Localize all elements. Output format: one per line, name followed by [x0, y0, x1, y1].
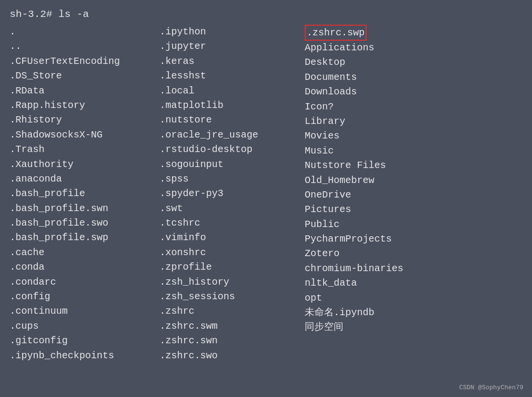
list-item: .bash_profile.swo	[10, 216, 155, 230]
column-1: ....CFUserTextEncoding.DS_Store.RData.Ra…	[10, 25, 160, 363]
list-item: .cache	[10, 245, 155, 260]
list-item: .jupyter	[160, 39, 300, 54]
list-item: .bash_profile	[10, 186, 155, 201]
list-item: .condarc	[10, 275, 155, 290]
list-item: Nutstore Files	[305, 158, 435, 173]
list-item: Pictures	[305, 202, 435, 217]
list-item: .cups	[10, 319, 155, 334]
list-item: PycharmProjects	[305, 232, 435, 246]
list-item: .DS_Store	[10, 69, 155, 83]
list-item: .zshrc.swm	[160, 319, 300, 334]
list-item: .local	[160, 84, 300, 98]
list-item: Zotero	[305, 246, 435, 261]
list-item: .zsh_history	[160, 275, 300, 290]
list-item: .Trash	[10, 142, 155, 157]
column-2: .ipython.jupyter.keras.lesshst.local.mat…	[160, 25, 305, 363]
list-item: Movies	[305, 129, 435, 143]
list-item: Documents	[305, 70, 435, 85]
list-item: .CFUserTextEncoding	[10, 54, 155, 69]
list-item: Desktop	[305, 55, 435, 70]
list-item: .Rhistory	[10, 113, 155, 127]
files-container: ....CFUserTextEncoding.DS_Store.RData.Ra…	[10, 25, 522, 363]
list-item: .rstudio-desktop	[160, 142, 300, 157]
list-item: .ipynb_checkpoints	[10, 349, 155, 363]
list-item: 未命名.ipyndb	[305, 305, 435, 320]
list-item: Old_Homebrew	[305, 173, 435, 188]
list-item: .zsh_sessions	[160, 290, 300, 304]
list-item: .zshrc.swn	[160, 334, 300, 348]
list-item: .gitconfig	[10, 334, 155, 348]
highlighted-file-item: .zshrc.swp	[305, 25, 435, 41]
list-item: Applications	[305, 41, 435, 55]
list-item: .spss	[160, 172, 300, 186]
list-item: .sogouinput	[160, 157, 300, 172]
list-item: .zshrc.swo	[160, 349, 300, 363]
list-item: chromium-binaries	[305, 261, 435, 276]
list-item: Music	[305, 144, 435, 158]
watermark: CSDN @SophyChen79	[459, 384, 523, 391]
list-item: .nutstore	[160, 113, 300, 127]
list-item: Downloads	[305, 85, 435, 99]
list-item: .Xauthority	[10, 157, 155, 172]
list-item: .zprofile	[160, 260, 300, 275]
list-item: .	[10, 25, 155, 39]
list-item: .spyder-py3	[160, 186, 300, 201]
list-item: Icon?	[305, 100, 435, 114]
list-item: .ShadowsocksX-NG	[10, 128, 155, 142]
list-item: .bash_profile.swp	[10, 230, 155, 245]
list-item: opt	[305, 291, 435, 305]
list-item: .keras	[160, 54, 300, 69]
list-item: 同步空间	[305, 320, 435, 335]
list-item: nltk_data	[305, 276, 435, 290]
list-item: .viminfo	[160, 230, 300, 245]
list-item: .conda	[10, 260, 155, 275]
terminal-window: sh-3.2# ls -a ....CFUserTextEncoding.DS_…	[0, 0, 532, 397]
list-item: .RData	[10, 84, 155, 98]
list-item: .xonshrc	[160, 245, 300, 260]
list-item: Library	[305, 114, 435, 129]
list-item: ..	[10, 39, 155, 54]
list-item: .swt	[160, 201, 300, 216]
list-item: .ipython	[160, 25, 300, 39]
list-item: .config	[10, 290, 155, 304]
list-item: OneDrive	[305, 188, 435, 202]
list-item: .Rapp.history	[10, 98, 155, 113]
list-item: Public	[305, 217, 435, 232]
list-item: .lesshst	[160, 69, 300, 83]
column-3: .zshrc.swpApplicationsDesktopDocumentsDo…	[305, 25, 440, 363]
list-item: .anaconda	[10, 172, 155, 186]
list-item: .bash_profile.swn	[10, 201, 155, 216]
list-item: .tcshrc	[160, 216, 300, 230]
list-item: .oracle_jre_usage	[160, 128, 300, 142]
list-item: .matplotlib	[160, 98, 300, 113]
list-item: .zshrc	[160, 304, 300, 319]
command-line: sh-3.2# ls -a	[10, 9, 522, 20]
list-item: .continuum	[10, 304, 155, 319]
